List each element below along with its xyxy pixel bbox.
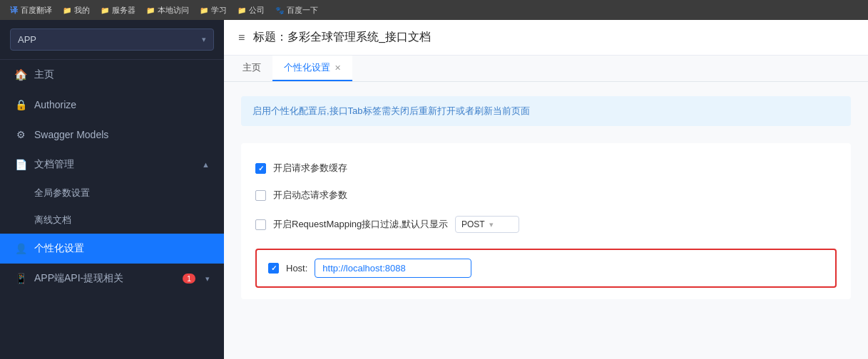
host-label: Host: — [286, 263, 307, 274]
settings-section: 开启请求参数缓存 开启动态请求参数 开启RequestMapping接口过滤,默… — [241, 143, 851, 299]
setting-request-mapping: 开启RequestMapping接口过滤,默认只显示 POST ▾ — [255, 209, 837, 240]
sidebar-item-app-api-label: APP端API-提现相关 — [34, 272, 175, 285]
tab-main[interactable]: 主页 — [231, 56, 272, 81]
setting-request-cache-label: 开启请求参数缓存 — [273, 162, 347, 175]
tab-personalization-label: 个性化设置 — [284, 61, 330, 74]
sidebar-item-global-params-label: 全局参数设置 — [34, 187, 90, 199]
chevron-down-icon: ▾ — [202, 35, 206, 44]
setting-request-mapping-label: 开启RequestMapping接口过滤,默认只显示 — [273, 218, 448, 231]
sidebar-item-doc-management[interactable]: 📄 文档管理 ▲ — [0, 150, 224, 180]
tab-close-icon[interactable]: ✕ — [335, 63, 341, 73]
folder-icon-company: 📁 — [237, 5, 247, 15]
setting-dynamic-request: 开启动态请求参数 — [255, 182, 837, 209]
app-selector[interactable]: APP ▾ — [10, 28, 214, 51]
sidebar-item-personalization-label: 个性化设置 — [34, 242, 210, 255]
setting-request-cache: 开启请求参数缓存 — [255, 155, 837, 182]
browser-bar-my[interactable]: 📁 我的 — [59, 4, 93, 17]
translate-icon: 译 — [9, 5, 19, 15]
content-header: ≡ 标题：多彩全球管理系统_接口文档 — [224, 20, 868, 56]
notice-text: 启用个性化配置后,接口Tab标签需关闭后重新打开或者刷新当前页面 — [252, 105, 530, 116]
baidu-icon: 🐾 — [275, 5, 285, 15]
folder-icon-server: 📁 — [100, 5, 110, 15]
browser-bar-translate-label: 百度翻译 — [21, 5, 52, 16]
browser-bar: 译 百度翻译 📁 我的 📁 服务器 📁 本地访问 📁 学习 📁 公司 🐾 百度一… — [0, 0, 868, 20]
browser-bar-baidu[interactable]: 🐾 百度一下 — [272, 4, 321, 17]
sidebar-item-authorize-label: Authorize — [34, 99, 210, 110]
tab-personalization[interactable]: 个性化设置 ✕ — [272, 56, 352, 81]
browser-bar-server[interactable]: 📁 服务器 — [97, 4, 138, 17]
sidebar-item-app-api[interactable]: 📱 APP端API-提现相关 1 ▾ — [0, 264, 224, 293]
request-mapping-dropdown[interactable]: POST ▾ — [455, 216, 519, 233]
personalization-icon: 👤 — [14, 242, 27, 255]
sidebar-item-offline-docs-label: 离线文档 — [34, 214, 71, 227]
browser-bar-translate[interactable]: 译 百度翻译 — [6, 4, 55, 17]
doc-icon: 📄 — [14, 158, 27, 171]
checkbox-dynamic-request[interactable] — [255, 190, 266, 201]
doc-expand-icon: ▲ — [202, 160, 210, 169]
menu-icon[interactable]: ≡ — [238, 31, 245, 44]
folder-icon-my: 📁 — [62, 5, 72, 15]
checkbox-host[interactable] — [268, 263, 279, 274]
folder-icon-study: 📁 — [199, 5, 209, 15]
content-body: 启用个性化配置后,接口Tab标签需关闭后重新打开或者刷新当前页面 开启请求参数缓… — [224, 82, 868, 359]
tabs-bar: 主页 个性化设置 ✕ — [224, 56, 868, 82]
page-title: 标题：多彩全球管理系统_接口文档 — [253, 30, 431, 45]
host-input[interactable] — [315, 259, 471, 278]
sidebar-item-doc-label: 文档管理 — [34, 158, 195, 171]
home-icon: 🏠 — [14, 68, 27, 81]
app-api-icon: 📱 — [14, 272, 27, 285]
app-api-badge: 1 — [183, 274, 195, 283]
main-content: ≡ 标题：多彩全球管理系统_接口文档 主页 个性化设置 ✕ 启用个性化配置后,接… — [224, 20, 868, 359]
dropdown-chevron-icon: ▾ — [489, 220, 494, 229]
browser-bar-local-label: 本地访问 — [158, 5, 189, 16]
sidebar-item-global-params[interactable]: 全局参数设置 — [0, 180, 224, 207]
request-mapping-dropdown-value: POST — [461, 219, 485, 229]
sidebar-item-home[interactable]: 🏠 主页 — [0, 60, 224, 90]
sidebar: APP ▾ 🏠 主页 🔒 Authorize ⚙ Swagger Models … — [0, 20, 224, 359]
setting-dynamic-request-label: 开启动态请求参数 — [273, 189, 347, 202]
host-section: Host: — [255, 249, 837, 288]
browser-bar-company-label: 公司 — [249, 5, 265, 16]
sidebar-item-offline-docs[interactable]: 离线文档 — [0, 207, 224, 234]
tab-main-label: 主页 — [242, 61, 261, 74]
browser-bar-baidu-label: 百度一下 — [287, 5, 318, 16]
sidebar-item-home-label: 主页 — [34, 68, 210, 81]
app-container: APP ▾ 🏠 主页 🔒 Authorize ⚙ Swagger Models … — [0, 20, 868, 359]
sidebar-select-wrapper: APP ▾ — [0, 20, 224, 60]
app-selector-value: APP — [18, 34, 36, 45]
sidebar-item-authorize[interactable]: 🔒 Authorize — [0, 90, 224, 120]
sidebar-item-personalization[interactable]: 👤 个性化设置 — [0, 234, 224, 264]
browser-bar-my-label: 我的 — [74, 5, 90, 16]
checkbox-request-cache[interactable] — [255, 163, 266, 174]
notice-box: 启用个性化配置后,接口Tab标签需关闭后重新打开或者刷新当前页面 — [241, 96, 851, 126]
app-api-expand-icon: ▾ — [205, 274, 210, 283]
browser-bar-company[interactable]: 📁 公司 — [234, 4, 267, 17]
browser-bar-local[interactable]: 📁 本地访问 — [143, 4, 192, 17]
checkbox-request-mapping[interactable] — [255, 219, 266, 230]
folder-icon-local: 📁 — [145, 5, 155, 15]
browser-bar-study[interactable]: 📁 学习 — [196, 4, 230, 17]
swagger-icon: ⚙ — [14, 128, 27, 141]
browser-bar-server-label: 服务器 — [112, 5, 136, 16]
sidebar-item-swagger-models[interactable]: ⚙ Swagger Models — [0, 120, 224, 150]
browser-bar-study-label: 学习 — [211, 5, 227, 16]
sidebar-item-swagger-label: Swagger Models — [34, 129, 210, 140]
authorize-icon: 🔒 — [14, 98, 27, 111]
